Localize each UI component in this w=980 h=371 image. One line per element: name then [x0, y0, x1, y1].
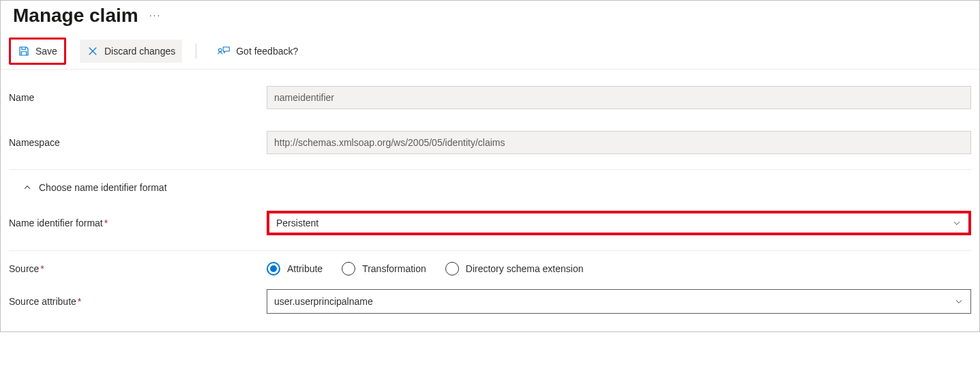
choose-format-toggle[interactable]: Choose name identifier format — [9, 170, 971, 200]
radio-icon — [342, 262, 355, 276]
close-icon — [87, 45, 99, 57]
chevron-down-icon — [952, 218, 962, 228]
format-value: Persistent — [276, 218, 962, 228]
radio-icon — [445, 262, 459, 276]
discard-label: Discard changes — [104, 46, 175, 57]
svg-point-0 — [219, 48, 222, 52]
radio-transformation[interactable]: Transformation — [342, 262, 426, 276]
row-source: Source* Attribute Transformation Directo… — [9, 251, 971, 286]
more-icon[interactable]: ··· — [149, 10, 162, 22]
format-label: Name identifier format* — [9, 218, 267, 228]
source-attribute-label: Source attribute* — [9, 296, 267, 307]
toolbar-separator — [196, 44, 196, 59]
namespace-label: Namespace — [9, 137, 267, 148]
feedback-label: Got feedback? — [236, 46, 298, 57]
form-body: Name Namespace Choose name identifier fo… — [1, 70, 979, 331]
page-title: Manage claim — [13, 5, 138, 27]
source-radio-group: Attribute Transformation Directory schem… — [267, 262, 971, 276]
chevron-up-icon — [23, 183, 32, 192]
save-label: Save — [35, 46, 57, 57]
required-mark: * — [78, 296, 81, 307]
row-name: Name — [9, 75, 971, 120]
manage-claim-panel: Manage claim ··· Save Discard changes — [0, 0, 980, 332]
source-label: Source* — [9, 263, 267, 274]
radio-icon — [267, 262, 280, 276]
required-mark: * — [104, 218, 108, 228]
discard-button[interactable]: Discard changes — [80, 40, 182, 63]
format-dropdown[interactable]: Persistent — [267, 211, 971, 235]
feedback-button[interactable]: Got feedback? — [210, 40, 305, 63]
row-format: Name identifier format* Persistent — [9, 200, 971, 251]
chevron-down-icon — [954, 297, 964, 306]
radio-directory[interactable]: Directory schema extension — [445, 262, 584, 276]
required-mark: * — [40, 263, 44, 274]
choose-format-label: Choose name identifier format — [39, 182, 167, 193]
feedback-icon — [217, 45, 231, 57]
namespace-input — [267, 131, 971, 154]
row-source-attribute: Source attribute* user.userprincipalname — [9, 286, 971, 325]
row-namespace: Namespace — [9, 120, 971, 170]
name-label: Name — [9, 92, 267, 103]
panel-header: Manage claim ··· — [1, 1, 979, 35]
command-bar: Save Discard changes Got feedback? — [1, 35, 979, 70]
radio-attribute[interactable]: Attribute — [267, 262, 323, 276]
source-attribute-dropdown[interactable]: user.userprincipalname — [267, 289, 971, 314]
save-button[interactable]: Save — [9, 38, 66, 65]
source-attribute-value: user.userprincipalname — [274, 296, 964, 307]
name-input — [267, 86, 971, 109]
save-icon — [18, 45, 30, 57]
